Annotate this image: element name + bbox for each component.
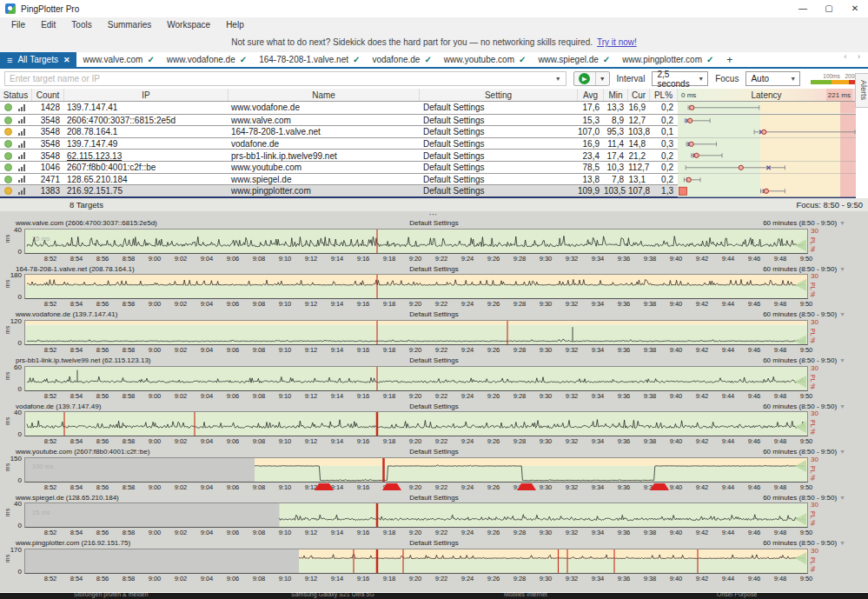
graph-plot[interactable] (24, 549, 808, 574)
play-button[interactable]: ▶ (574, 72, 595, 85)
history-bars-icon[interactable] (18, 176, 25, 183)
menu-item-tools[interactable]: Tools (63, 20, 99, 30)
tab-all-targets[interactable]: ≡ All Targets ✕ (0, 52, 76, 67)
tab-close-icon[interactable]: ✕ (63, 56, 70, 64)
timeline-graph[interactable]: 164-78-208-1.valve.net (208.78.164.1)Def… (0, 263, 868, 309)
taskbar-item[interactable]: Störungen prüfen & melden (74, 593, 149, 597)
taskbar-item[interactable]: Samsung Galaxy S21 Ultra 5G (291, 593, 374, 597)
setting-cell[interactable]: Default Settings (420, 186, 578, 196)
timeline-graph[interactable]: www.vodafone.de (139.7.147.41)Default Se… (0, 309, 868, 356)
maximize-icon[interactable]: ▢ (816, 0, 842, 17)
play-dropdown-icon[interactable]: ▼ (595, 72, 609, 85)
column-header-avg[interactable]: Avg (578, 89, 604, 101)
setting-cell[interactable]: Default Settings (420, 127, 578, 136)
history-bars-icon[interactable] (18, 188, 25, 195)
time-tick-label: 9:10 (275, 300, 295, 308)
name-cell: prs-bb1-link.ip.twelve99.net (229, 151, 420, 161)
tab-www.pingplotter.com[interactable]: www.pingplotter.com✓ (616, 52, 719, 67)
close-icon[interactable]: ✕ (842, 0, 868, 17)
setting-cell[interactable]: Default Settings (420, 116, 578, 125)
column-header-pl[interactable]: PL% (650, 89, 678, 101)
timeline-graph[interactable]: www.pingplotter.com (216.92.151.75)Defau… (0, 538, 868, 584)
timeline-graph[interactable]: vodafone.de (139.7.147.49)Default Settin… (0, 401, 868, 447)
try-it-now-link[interactable]: Try it now! (597, 37, 637, 47)
taskbar-item[interactable]: Onsel Purpose (717, 593, 757, 597)
setting-cell[interactable]: Default Settings (420, 103, 578, 112)
ip-cell: 128.65.210.184 (64, 175, 229, 184)
table-row[interactable]: 2471128.65.210.184www.spiegel.deDefault … (0, 173, 856, 185)
ip-cell[interactable]: 62.115.123.13 (64, 151, 229, 161)
timeline-graph[interactable]: www.youtube.com (2607:f8b0:4001:c2f::be)… (0, 447, 868, 493)
add-target-tab-button[interactable]: + (719, 52, 739, 67)
tab-www.youtube.com[interactable]: www.youtube.com✓ (438, 52, 533, 67)
column-header-cur[interactable]: Cur (628, 89, 650, 101)
setting-cell[interactable]: Default Settings (420, 139, 578, 149)
y-max-label: 40 (14, 409, 22, 416)
table-row[interactable]: 354862.115.123.13prs-bb1-link.ip.twelve9… (0, 149, 856, 161)
history-bars-icon[interactable] (18, 129, 25, 136)
time-tick-label: 9:32 (562, 437, 581, 445)
tab-164-78-208-1.valve.net[interactable]: 164-78-208-1.valve.net✓ (253, 52, 366, 67)
column-header-count[interactable]: Count (32, 89, 64, 101)
table-row[interactable]: 10462607:f8b0:4001:c2f::bewww.youtube.co… (0, 161, 856, 173)
history-bars-icon[interactable] (18, 164, 25, 171)
tab-www.vodafone.de[interactable]: www.vodafone.de✓ (161, 52, 253, 67)
history-bars-icon[interactable] (18, 141, 25, 148)
table-row[interactable]: 1383216.92.151.75www.pingplotter.comDefa… (0, 184, 856, 196)
history-bars-icon[interactable] (18, 152, 25, 159)
column-header-status[interactable]: Status (0, 89, 32, 101)
menu-item-workspace[interactable]: Workspace (159, 20, 218, 30)
time-tick-label: 9:26 (484, 437, 503, 445)
time-tick-label: 9:32 (562, 483, 581, 491)
setting-cell[interactable]: Default Settings (420, 163, 578, 172)
cur-cell: 103,8 (628, 127, 650, 136)
menu-item-help[interactable]: Help (218, 20, 252, 30)
tab-vodafone.de[interactable]: vodafone.de✓ (366, 52, 437, 67)
tab-scroll-arrows[interactable]: ‹ › (845, 52, 865, 61)
column-header-setting[interactable]: Setting (420, 89, 578, 101)
graph-body: 170ms030PL % (0, 549, 868, 574)
target-input[interactable] (5, 72, 561, 85)
graph-plot[interactable] (24, 320, 808, 345)
taskbar-item[interactable]: Mobiles Internet (504, 593, 547, 597)
time-tick-label: 9:42 (692, 483, 712, 491)
graph-plot[interactable]: 25 ms (24, 229, 808, 254)
column-header-name[interactable]: Name (229, 89, 420, 101)
graph-plot[interactable]: 100 ms (24, 457, 808, 483)
setting-cell[interactable]: Default Settings (420, 175, 578, 184)
menu-item-summaries[interactable]: Summaries (100, 20, 160, 30)
graph-plot[interactable] (24, 274, 808, 299)
table-row[interactable]: 3548208.78.164.1164-78-208-1.valve.netDe… (0, 125, 856, 137)
focus-select[interactable]: Auto ▼ (745, 71, 800, 86)
minimize-icon[interactable]: — (790, 0, 816, 17)
timeline-graph[interactable]: www.valve.com (2606:4700:3037::6815:2e5d… (0, 218, 868, 264)
tab-www.spiegel.de[interactable]: www.spiegel.de✓ (532, 52, 616, 67)
table-row[interactable]: 3548139.7.147.49vodafone.deDefault Setti… (0, 137, 856, 150)
time-tick-label: 9:32 (562, 392, 581, 400)
focus-range: Focus: 8:50 - 9:50 (796, 200, 863, 210)
timeline-graph[interactable]: www.spiegel.de (128.65.210.184)Default S… (0, 492, 868, 538)
target-dropdown-icon[interactable]: ▼ (555, 76, 561, 82)
menu-item-edit[interactable]: Edit (33, 20, 63, 30)
interval-select[interactable]: 2,5 seconds ▼ (652, 71, 708, 86)
history-bars-icon[interactable] (18, 116, 25, 123)
tab-www.valve.com[interactable]: www.valve.com✓ (76, 52, 160, 67)
time-tick-label: 9:02 (171, 300, 190, 308)
table-row[interactable]: 1428139.7.147.41www.vodafone.deDefault S… (0, 102, 856, 114)
graph-plot[interactable] (24, 411, 808, 436)
hamburger-icon[interactable]: ≡ (7, 55, 12, 65)
alerts-side-tab[interactable]: Alerts (855, 73, 868, 108)
setting-cell[interactable]: Default Settings (420, 151, 578, 161)
menu-item-file[interactable]: File (3, 20, 33, 30)
graph-plot[interactable] (24, 366, 808, 391)
splitter-handle[interactable]: ⋯ (0, 212, 868, 218)
graph-time-axis: 8:528:548:568:589:009:029:049:069:089:10… (0, 299, 868, 309)
table-row[interactable]: 35482606:4700:3037::6815:2e5dwww.valve.c… (0, 114, 856, 126)
graph-plot[interactable]: 25 ms (24, 502, 808, 528)
column-header-min[interactable]: Min (604, 89, 628, 101)
time-tick-label: 9:36 (614, 529, 633, 536)
column-header-latency[interactable]: 0 msLatency221 ms (678, 89, 856, 101)
history-bars-icon[interactable] (18, 104, 25, 111)
timeline-graph[interactable]: prs-bb1-link.ip.twelve99.net (62.115.123… (0, 356, 868, 402)
column-header-ip[interactable]: IP (64, 89, 229, 101)
